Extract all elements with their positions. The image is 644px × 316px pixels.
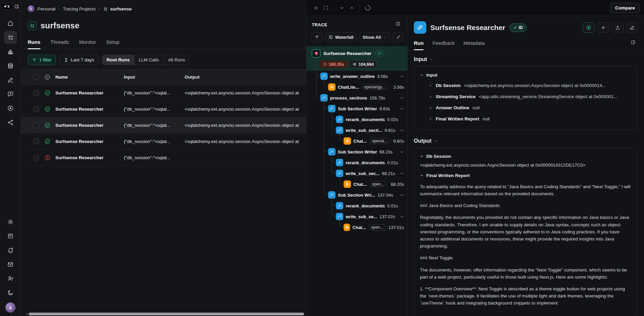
sidebar-item-annotation[interactable] — [4, 74, 17, 86]
chevron-down-icon[interactable] — [400, 214, 404, 219]
trace-span-row[interactable]: Sub Section Writer68.23s — [306, 146, 407, 157]
user-avatar[interactable] — [5, 303, 16, 313]
segment-llm-calls[interactable]: LLM Calls — [134, 55, 164, 65]
trace-span-row[interactable]: write_sub_sec...68.21s — [306, 168, 407, 179]
waterfall-view-button[interactable]: Waterfall — [325, 32, 357, 42]
trace-span-row[interactable]: write_answer_outline3.56s — [306, 71, 407, 82]
tab-runs[interactable]: Runs — [28, 39, 41, 49]
sidebar-item-playground[interactable] — [4, 102, 17, 115]
trace-filter-button[interactable] — [311, 32, 323, 42]
collapse-sidebar-icon[interactable] — [14, 4, 19, 9]
trace-span-row[interactable]: rerank_documents0.01s — [306, 200, 407, 211]
sidebar-item-invite[interactable] — [4, 272, 17, 285]
filter-chip[interactable]: 1 filter — [28, 55, 56, 65]
sidebar-item-datasets[interactable] — [4, 59, 17, 72]
trace-span-row[interactable]: write_sub_secti...9.61s — [306, 125, 407, 136]
tab-monitor[interactable]: Monitor — [79, 39, 96, 49]
input-field-row[interactable]: Db Session<sqlalchemy.ext.asyncio.sessio… — [420, 80, 631, 91]
chevron-down-icon[interactable] — [400, 74, 404, 79]
breadcrumb-project[interactable]: surfsense — [103, 6, 132, 11]
sidebar-item-mail[interactable] — [4, 258, 17, 271]
collapse-panel-icon[interactable] — [311, 3, 321, 13]
sidebar-item-docs[interactable] — [4, 230, 17, 242]
input-field-row[interactable]: Streaming Service<app.utils.streaming_se… — [420, 91, 631, 102]
filter-lines-icon — [315, 35, 319, 39]
sidebar-item-prompts[interactable] — [4, 88, 17, 100]
chevron-down-icon[interactable] — [400, 193, 404, 197]
input-root-toggle[interactable]: Input — [420, 71, 631, 80]
breadcrumb-personal[interactable]: Personal — [37, 6, 55, 11]
share-button[interactable] — [612, 22, 623, 33]
chevron-down-icon[interactable] — [400, 171, 404, 176]
show-all-dropdown[interactable]: Show All — [359, 32, 390, 42]
segment-root-runs[interactable]: Root Runs — [102, 55, 134, 65]
playground-button[interactable] — [583, 22, 594, 33]
run-id-pill[interactable]: ID — [509, 23, 527, 32]
expand-fullscreen-icon[interactable] — [321, 3, 331, 13]
row-checkbox[interactable] — [33, 106, 39, 112]
input-section-header[interactable]: Input — [414, 56, 637, 62]
compare-button[interactable]: Compare — [610, 3, 640, 13]
trace-span-row[interactable]: rerank_documents0.02s — [306, 114, 407, 125]
sidebar-item-notifications[interactable] — [4, 244, 17, 257]
sidebar-item-settings[interactable] — [4, 216, 17, 228]
trace-span-row[interactable]: Sub Section Wri...137.04s — [306, 190, 407, 200]
table-row[interactable]: Surfsense Researcher{"db_session":"<sqla… — [21, 85, 306, 101]
trace-span-row[interactable]: Chat...open...68.20s — [306, 179, 407, 190]
input-field-row[interactable]: Final Written Reportnull — [420, 113, 631, 124]
scrollbar-thumb[interactable] — [29, 313, 304, 315]
column-output[interactable]: Output — [185, 75, 306, 80]
scroll-left-arrow-icon[interactable] — [26, 313, 28, 315]
date-range-chip[interactable]: Last 7 days — [59, 55, 99, 65]
table-row[interactable]: Surfsense Researcher{"db_session":"<sqla… — [21, 150, 306, 166]
chevron-down-icon[interactable] — [400, 128, 404, 133]
chevron-down-icon[interactable] — [400, 107, 404, 111]
previous-run-button[interactable] — [347, 3, 357, 13]
annotate-button[interactable] — [626, 22, 638, 33]
column-name[interactable]: Name — [55, 75, 124, 80]
sidebar-item-home[interactable] — [4, 17, 17, 30]
trace-span-row[interactable]: Sub Section Writer9.63s — [306, 103, 407, 114]
output-section-header[interactable]: Output — [414, 138, 637, 144]
trace-root-span[interactable]: Surfsense Researcher160.35s104,684 — [306, 46, 407, 71]
tab-setup[interactable]: Setup — [106, 39, 119, 49]
trace-span-row[interactable]: Chat...openai...9.60s — [306, 136, 407, 146]
collapse-all-button[interactable] — [393, 32, 404, 42]
status-column-icon[interactable] — [44, 74, 51, 80]
row-checkbox[interactable] — [33, 155, 39, 161]
sidebar-item-deployments[interactable] — [4, 116, 17, 129]
trace-span-row[interactable]: ChatLite...openai/gp...3.56s — [306, 82, 407, 92]
chevron-down-icon[interactable] — [400, 150, 404, 154]
row-checkbox[interactable] — [33, 139, 39, 144]
detail-tab-run[interactable]: Run — [414, 40, 424, 50]
table-row[interactable]: Surfsense Researcher{"db_session":"<sqla… — [21, 134, 306, 150]
trace-panel-toggle[interactable] — [395, 21, 403, 29]
select-all-checkbox[interactable] — [33, 74, 39, 80]
detail-tab-feedback[interactable]: Feedback — [432, 40, 455, 50]
trace-span-row[interactable]: rerank_documents0.01s — [306, 157, 407, 168]
workspace-avatar[interactable] — [28, 5, 34, 12]
add-to-dataset-button[interactable] — [597, 22, 609, 33]
column-input[interactable]: Input — [124, 75, 185, 80]
output-group-toggle[interactable]: Db Session — [420, 152, 631, 161]
trace-span-row[interactable]: write_sub_se...137.02s — [306, 211, 407, 222]
tab-threads[interactable]: Threads — [51, 39, 69, 49]
table-row[interactable]: Surfsense Researcher{"db_session":"<sqla… — [21, 101, 306, 117]
trace-span-row[interactable]: Chat...open...137.01s — [306, 222, 407, 233]
segment-all-runs[interactable]: All Runs — [164, 55, 189, 65]
sidebar-item-theme-toggle[interactable] — [4, 286, 17, 299]
span-duration: 9.60s — [393, 139, 404, 144]
next-run-button[interactable] — [337, 3, 347, 13]
chevron-down-icon[interactable] — [400, 96, 404, 100]
input-field-row[interactable]: Answer Outlinenull — [420, 102, 631, 113]
output-group-toggle[interactable]: Final Written Report — [420, 172, 631, 180]
detail-panel-toggle[interactable] — [630, 40, 638, 47]
table-row[interactable]: Surfsense Researcher{"db_session":"<sqla… — [21, 117, 306, 134]
breadcrumb-tracing-projects[interactable]: Tracing Projects — [63, 6, 96, 11]
sidebar-item-tracing-projects[interactable] — [4, 31, 17, 44]
sidebar-item-dashboards[interactable] — [4, 45, 17, 58]
row-checkbox[interactable] — [33, 90, 39, 96]
row-checkbox[interactable] — [33, 122, 39, 128]
trace-span-row[interactable]: process_sections156.78s — [306, 92, 407, 103]
detail-tab-metadata[interactable]: Metadata — [463, 40, 485, 50]
